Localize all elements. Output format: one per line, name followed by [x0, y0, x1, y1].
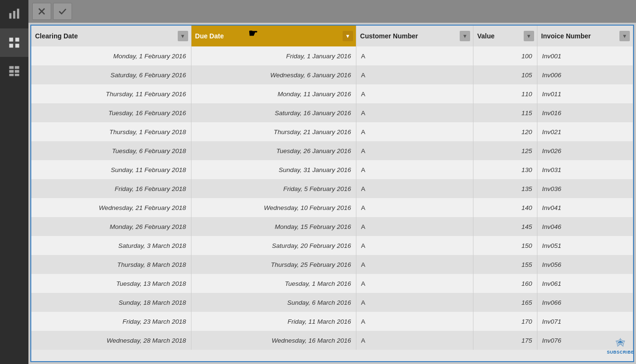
cell-invoice_number: Inv051 — [537, 236, 633, 255]
table-container: Clearing Date ▼ Due Date ▼ ☛ Customer Nu… — [30, 25, 634, 362]
cell-invoice_number: Inv026 — [537, 141, 633, 160]
value-dropdown[interactable]: ▼ — [524, 31, 534, 41]
cell-clearing_date: Tuesday, 16 February 2016 — [31, 103, 191, 122]
subscribe-badge[interactable]: SUBSCRIBE — [607, 337, 634, 355]
due-date-label: Due Date — [195, 32, 224, 40]
cell-invoice_number: Inv011 — [537, 84, 633, 103]
svg-rect-3 — [9, 38, 13, 42]
cell-invoice_number: Inv001 — [537, 46, 633, 65]
table-row: Wednesday, 21 February 2018Wednesday, 10… — [31, 198, 633, 217]
cell-due_date: Saturday, 20 February 2016 — [191, 236, 356, 255]
cell-customer_number: A — [356, 160, 473, 179]
cell-customer_number: A — [356, 198, 473, 217]
invoice-number-label: Invoice Number — [541, 32, 591, 40]
svg-rect-4 — [15, 38, 19, 42]
cell-due_date: Sunday, 31 January 2016 — [191, 160, 356, 179]
cell-due_date: Saturday, 16 January 2016 — [191, 103, 356, 122]
cell-invoice_number: Inv031 — [537, 160, 633, 179]
cell-value: 100 — [473, 46, 537, 65]
svg-rect-11 — [9, 74, 14, 76]
cell-customer_number: A — [356, 84, 473, 103]
cell-customer_number: A — [356, 312, 473, 331]
cell-clearing_date: Friday, 23 March 2018 — [31, 312, 191, 331]
cell-customer_number: A — [356, 103, 473, 122]
cell-value: 145 — [473, 217, 537, 236]
close-button[interactable] — [32, 3, 51, 20]
cell-customer_number: A — [356, 179, 473, 198]
cell-value: 135 — [473, 179, 537, 198]
toolbar — [28, 0, 636, 23]
column-header-clearing-date[interactable]: Clearing Date ▼ — [31, 26, 191, 46]
table-row: Sunday, 11 February 2018Sunday, 31 Janua… — [31, 160, 633, 179]
cell-value: 175 — [473, 331, 537, 350]
table-row: Saturday, 3 March 2018Saturday, 20 Febru… — [31, 236, 633, 255]
cell-customer_number: A — [356, 236, 473, 255]
cell-customer_number: A — [356, 46, 473, 65]
cell-invoice_number: Inv066 — [537, 293, 633, 312]
cell-clearing_date: Wednesday, 28 March 2018 — [31, 331, 191, 350]
cell-value: 165 — [473, 293, 537, 312]
cell-value: 130 — [473, 160, 537, 179]
grid-icon[interactable] — [0, 28, 28, 57]
cell-customer_number: A — [356, 293, 473, 312]
cell-invoice_number: Inv046 — [537, 217, 633, 236]
table-row: Tuesday, 16 February 2016Saturday, 16 Ja… — [31, 103, 633, 122]
cell-customer_number: A — [356, 274, 473, 293]
table-row: Monday, 26 February 2018Monday, 15 Febru… — [31, 217, 633, 236]
svg-rect-6 — [15, 44, 19, 47]
cell-due_date: Friday, 1 January 2016 — [191, 46, 356, 65]
cell-value: 125 — [473, 141, 537, 160]
check-button[interactable] — [53, 3, 72, 20]
cell-clearing_date: Saturday, 6 February 2016 — [31, 65, 191, 84]
subscribe-label: SUBSCRIBE — [607, 350, 634, 355]
column-header-value[interactable]: Value ▼ — [473, 26, 537, 46]
cell-invoice_number: Inv041 — [537, 198, 633, 217]
svg-rect-0 — [9, 13, 12, 19]
table-row: Tuesday, 13 March 2018Tuesday, 1 March 2… — [31, 274, 633, 293]
table-row: Thursday, 8 March 2018Thursday, 25 Febru… — [31, 255, 633, 274]
svg-rect-12 — [15, 74, 19, 76]
cell-customer_number: A — [356, 65, 473, 84]
customer-number-dropdown[interactable]: ▼ — [460, 31, 470, 41]
cell-clearing_date: Monday, 26 February 2018 — [31, 217, 191, 236]
cell-value: 115 — [473, 103, 537, 122]
svg-rect-7 — [9, 66, 14, 69]
table-wrapper: Clearing Date ▼ Due Date ▼ ☛ Customer Nu… — [28, 23, 636, 364]
cell-clearing_date: Thursday, 8 March 2018 — [31, 255, 191, 274]
table-row: Monday, 1 February 2016Friday, 1 January… — [31, 46, 633, 65]
cell-clearing_date: Thursday, 11 February 2016 — [31, 84, 191, 103]
cell-value: 105 — [473, 65, 537, 84]
due-date-dropdown[interactable]: ▼ — [343, 31, 353, 41]
column-header-customer-number[interactable]: Customer Number ▼ — [356, 26, 473, 46]
cell-customer_number: A — [356, 217, 473, 236]
cell-customer_number: A — [356, 141, 473, 160]
cell-clearing_date: Wednesday, 21 February 2018 — [31, 198, 191, 217]
table-row: Friday, 23 March 2018Friday, 11 March 20… — [31, 312, 633, 331]
cell-clearing_date: Tuesday, 13 March 2018 — [31, 274, 191, 293]
cell-clearing_date: Thursday, 1 February 2018 — [31, 122, 191, 141]
cell-due_date: Thursday, 21 January 2016 — [191, 122, 356, 141]
cell-due_date: Friday, 5 February 2016 — [191, 179, 356, 198]
clearing-date-label: Clearing Date — [35, 32, 78, 40]
cell-value: 160 — [473, 274, 537, 293]
customer-number-label: Customer Number — [360, 32, 418, 40]
bar-chart-icon[interactable] — [0, 0, 28, 28]
column-header-due-date[interactable]: Due Date ▼ ☛ — [191, 26, 356, 46]
cell-value: 140 — [473, 198, 537, 217]
cell-invoice_number: Inv036 — [537, 179, 633, 198]
svg-rect-1 — [13, 11, 16, 18]
cell-due_date: Wednesday, 10 February 2016 — [191, 198, 356, 217]
cell-invoice_number: Inv071 — [537, 312, 633, 331]
clearing-date-dropdown[interactable]: ▼ — [178, 31, 188, 41]
cell-value: 155 — [473, 255, 537, 274]
cell-due_date: Tuesday, 1 March 2016 — [191, 274, 356, 293]
cell-clearing_date: Tuesday, 6 February 2018 — [31, 141, 191, 160]
cell-due_date: Sunday, 6 March 2016 — [191, 293, 356, 312]
cell-due_date: Wednesday, 16 March 2016 — [191, 331, 356, 350]
cell-value: 120 — [473, 122, 537, 141]
invoice-number-dropdown[interactable]: ▼ — [619, 31, 630, 41]
main-content: Clearing Date ▼ Due Date ▼ ☛ Customer Nu… — [28, 0, 636, 364]
component-icon[interactable] — [0, 57, 28, 85]
cell-invoice_number: Inv061 — [537, 274, 633, 293]
column-header-invoice-number[interactable]: Invoice Number ▼ — [537, 26, 633, 46]
